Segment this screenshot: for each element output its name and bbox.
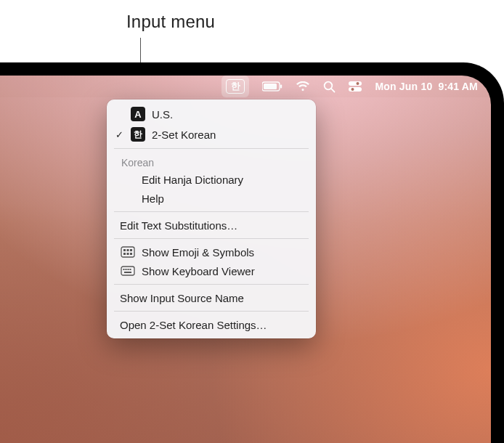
svg-rect-11 — [127, 249, 129, 251]
svg-rect-17 — [123, 269, 125, 270]
latin-a-icon: A — [131, 107, 145, 121]
svg-rect-12 — [130, 249, 132, 251]
menu-item-show-input-name[interactable]: Show Input Source Name — [107, 288, 316, 307]
korean-input-icon: 한 — [226, 79, 245, 94]
spotlight-icon[interactable] — [323, 76, 336, 97]
svg-rect-15 — [130, 253, 132, 255]
menu-separator — [114, 148, 309, 149]
menu-item-label: Show Input Source Name — [120, 292, 306, 304]
input-source-label: 2-Set Korean — [152, 129, 306, 141]
svg-rect-16 — [121, 267, 134, 275]
svg-rect-18 — [126, 269, 127, 270]
menu-bar-time: 9:41 AM — [438, 81, 478, 92]
device-frame: 한 Mon Jun 109:41 AM A U.S. — [0, 62, 504, 443]
menu-item-label: Help — [142, 192, 306, 205]
callout-label: Input menu — [126, 12, 215, 32]
input-source-us[interactable]: A U.S. — [107, 104, 316, 124]
emoji-symbols-icon — [120, 246, 136, 258]
svg-rect-9 — [121, 247, 134, 257]
menu-item-show-emoji[interactable]: Show Emoji & Symbols — [107, 243, 316, 261]
menu-item-label: Show Emoji & Symbols — [142, 246, 306, 259]
menu-separator — [114, 311, 309, 312]
svg-rect-2 — [280, 85, 282, 89]
korean-han-icon: 한 — [131, 127, 145, 142]
menu-item-edit-hanja[interactable]: Edit Hanja Dictionary — [107, 170, 316, 189]
desktop-screen: 한 Mon Jun 109:41 AM A U.S. — [0, 76, 491, 443]
menu-item-label: Edit Text Substitutions… — [120, 219, 306, 232]
menu-separator — [114, 211, 309, 212]
input-menu-dropdown: A U.S. ✓ 한 2-Set Korean Korean Edit Hanj… — [107, 99, 316, 338]
svg-rect-1 — [264, 84, 277, 89]
menu-item-label: Open 2-Set Korean Settings… — [120, 319, 306, 331]
input-source-2set-korean[interactable]: ✓ 한 2-Set Korean — [107, 124, 316, 145]
battery-icon[interactable] — [262, 76, 283, 97]
checkmark-icon: ✓ — [114, 129, 124, 140]
menu-bar: 한 Mon Jun 109:41 AM — [0, 76, 491, 97]
svg-rect-20 — [130, 269, 131, 270]
menu-item-label: Show Keyboard Viewer — [142, 265, 306, 277]
menu-item-open-settings[interactable]: Open 2-Set Korean Settings… — [107, 315, 316, 334]
svg-line-4 — [332, 89, 335, 92]
input-menu-button[interactable]: 한 — [221, 76, 249, 97]
svg-rect-19 — [128, 269, 129, 270]
menu-item-label: Edit Hanja Dictionary — [142, 174, 306, 186]
input-source-label: U.S. — [152, 108, 306, 121]
wifi-icon[interactable] — [296, 76, 310, 97]
svg-rect-14 — [127, 253, 129, 255]
menu-separator — [114, 238, 309, 239]
svg-point-6 — [357, 82, 359, 85]
menu-item-edit-text-subs[interactable]: Edit Text Substitutions… — [107, 216, 316, 235]
menu-separator — [114, 284, 309, 285]
control-center-icon[interactable] — [349, 76, 362, 97]
svg-point-8 — [351, 88, 354, 91]
svg-rect-21 — [124, 272, 131, 273]
svg-rect-7 — [349, 87, 362, 92]
menu-bar-date: Mon Jun 10 — [375, 81, 432, 92]
svg-rect-13 — [123, 253, 126, 255]
svg-rect-10 — [123, 249, 126, 251]
keyboard-viewer-icon — [120, 265, 136, 277]
menu-item-show-keyboard[interactable]: Show Keyboard Viewer — [107, 261, 316, 280]
input-section-header: Korean — [107, 153, 316, 170]
menu-item-help[interactable]: Help — [107, 189, 316, 208]
menu-bar-datetime[interactable]: Mon Jun 109:41 AM — [375, 76, 478, 97]
svg-rect-5 — [349, 81, 362, 86]
